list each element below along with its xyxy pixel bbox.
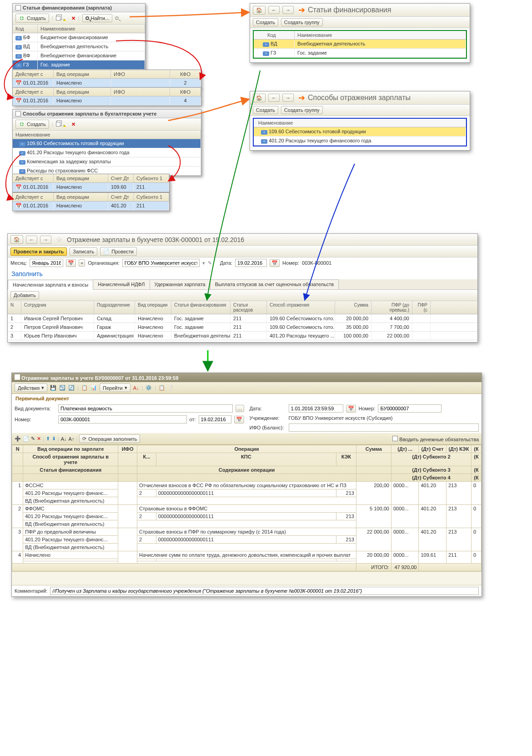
col-code[interactable]: Код [13,25,38,33]
list-item[interactable]: = ГЗГос. задание [13,60,145,70]
search-clear-icon[interactable] [115,16,119,20]
col-header[interactable]: Сотрудник [21,301,94,314]
edit-icon[interactable]: ✎ [31,436,35,442]
back-button[interactable]: ← [268,94,280,102]
sub-row[interactable]: 📅 01.01.2016 Начислено 401.20 211 [13,202,169,211]
list-item[interactable]: = 109.60 Себестоимость готовой продукции [13,139,201,148]
sort-icon[interactable]: A↓ [61,436,67,442]
col-op[interactable]: Вид операции [54,88,111,96]
spin-icon[interactable]: ÷ [79,259,85,267]
tool-icon[interactable]: 💾 [50,385,56,391]
col-date[interactable]: Действует с [13,88,54,96]
fwd-button[interactable]: → [282,6,294,14]
fwd-button[interactable]: → [40,236,51,244]
col-header[interactable]: N [8,301,21,314]
list-item[interactable]: = ВФВнебюджетное финансирование [13,51,145,60]
tool-icon[interactable]: 🔄 [68,385,75,391]
ops-fill-button[interactable]: ⟳ Операции заполнить [79,434,140,443]
col-header[interactable]: ПФР (до превыш.) [371,301,412,314]
tool-icon[interactable]: 📋 [159,385,165,391]
back-button[interactable]: ← [268,6,280,14]
delete-icon[interactable]: ✕ [71,15,75,21]
tool-icon[interactable]: ↩️ [59,385,65,391]
down-icon[interactable]: ⬇ [52,436,56,442]
doc-type-input[interactable] [58,404,233,413]
save-button[interactable]: Записать [70,247,97,256]
create-group-button[interactable]: Создать группу [281,106,323,114]
home-button[interactable]: 🏠 [10,235,23,244]
create-button[interactable]: Создать [15,14,49,23]
org-input[interactable] [122,259,200,267]
sort-icon[interactable]: A↑ [69,436,75,442]
col-name[interactable]: Наименование [38,25,145,33]
fwd-button[interactable]: → [282,94,294,102]
table-row[interactable]: 3Юрьев Петр ИвановичАдминистрацияНачисле… [8,332,477,340]
list-item[interactable]: = ГЗГос. задание [254,49,466,58]
goto-button[interactable]: Перейти ▾ [100,383,130,392]
month-input[interactable] [30,259,63,267]
copy-icon[interactable] [56,122,60,126]
list-item[interactable]: = ВДВнебюджетная деятельность [254,40,466,49]
list-item[interactable]: = ВДВнебюджетная деятельность [13,42,145,51]
help-icon[interactable]: ❔ [168,385,174,391]
col-op[interactable]: Вид операции [54,70,111,78]
tool-icon[interactable]: 📋 [81,385,88,391]
col-kfo[interactable]: КФО [170,70,201,78]
col-name[interactable]: Наименование [13,131,201,139]
num2-input[interactable] [378,404,442,413]
list-item[interactable]: = Компенсация за задержку зарплаты [13,157,201,166]
col-code[interactable]: Код [254,31,295,39]
tool-icon[interactable]: ⚙️ [146,385,152,391]
post-close-button[interactable]: Провести и закрыть [10,247,67,256]
star-icon[interactable]: ☆ [56,235,62,244]
tool-icon[interactable]: 📄 [23,436,29,442]
col-date[interactable]: Действует с [13,70,54,78]
fill-link[interactable]: Заполнить [11,270,43,277]
find-button[interactable]: Найти... [82,14,113,22]
table-row[interactable]: 1Иванов Сергей ПетровичСкладНачисленоГос… [8,314,477,323]
col-header[interactable]: ПФР (с [412,301,431,314]
col-ifo[interactable]: ИФО [111,88,170,96]
create-button[interactable]: Создать [15,120,49,129]
tool-icon[interactable]: A↓ [133,385,139,391]
create-group-button[interactable]: Создать группу [281,18,323,26]
col-header[interactable]: Статья расходов [231,301,267,314]
col-kfo[interactable]: КФО [170,88,201,96]
date-input[interactable] [235,259,267,267]
table-row[interactable]: 1ФССНСОтчисления взносов в ФСС РФ по обя… [12,482,482,489]
add-button[interactable]: Добавить [10,291,39,299]
list-item[interactable]: = 109.60 Себестоимость готовой продукции [254,127,466,136]
actions-menu[interactable]: Действия ▾ [15,383,47,392]
col-header[interactable]: Сумма [335,301,371,314]
list-item[interactable]: = БФБюджетное финансирование [13,33,145,42]
cal-icon[interactable]: 📅 [66,259,76,267]
add-icon[interactable]: ➕ [15,436,21,442]
edit-icon[interactable] [63,15,69,21]
sub-row[interactable]: 📅 01.01.2016 Начислено 4 [13,96,201,106]
home-button[interactable]: 🏠 [253,6,266,15]
create-button[interactable]: Создать [253,18,278,26]
ifo-input[interactable] [289,423,479,432]
cal-icon[interactable]: 📅 [234,416,244,423]
list-item[interactable]: = 401.20 Расходы текущего финансового го… [13,148,201,157]
delete-icon[interactable]: ✕ [71,121,75,127]
back-button[interactable]: ← [26,236,37,244]
comment-input[interactable] [50,587,479,595]
home-button[interactable]: 🏠 [253,94,266,102]
tab[interactable]: Начисленная зарплата и взносы [8,280,93,290]
from-input[interactable] [199,415,231,423]
copy-icon[interactable] [56,16,60,20]
table-row[interactable]: 3ПФР до предельной величиныСтраховые взн… [12,528,482,536]
col-header[interactable]: Подразделение [94,301,135,314]
obligations-checkbox[interactable] [392,436,398,441]
col-header[interactable]: Способ отражения [267,301,335,314]
cal-icon[interactable]: 📅 [346,405,356,413]
date-input[interactable] [289,404,343,413]
table-row[interactable]: 2ФФОМССтраховые взносы в ФФОМС5 100,0000… [12,505,482,513]
num-input[interactable] [58,415,187,423]
edit-icon[interactable] [63,121,69,127]
up-icon[interactable]: ⬆ [46,436,50,442]
create-button[interactable]: Создать [253,106,278,114]
col-name[interactable]: Наименование [295,31,466,39]
sub-row[interactable]: 📅 01.01.2016 Начислено 109.60 211 [13,183,169,192]
